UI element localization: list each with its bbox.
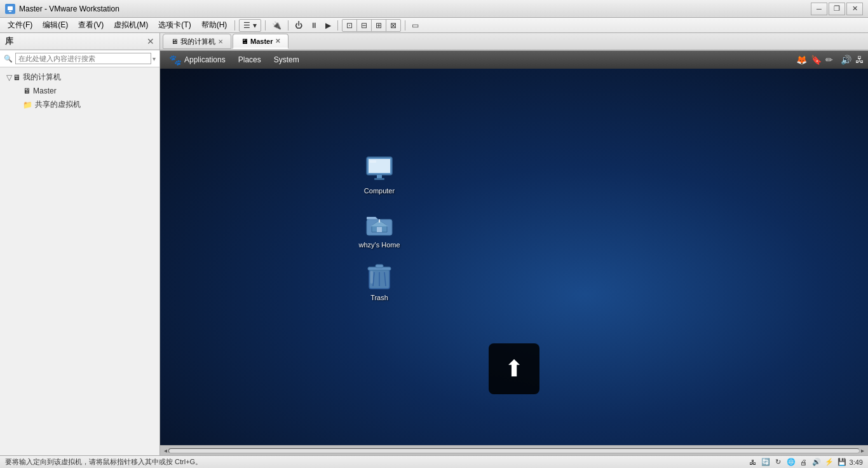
mycomputer-label: 我的计算机	[23, 72, 61, 83]
toolbar-console[interactable]: ▭	[408, 20, 423, 31]
toolbar-group-2: ⊡ ⊟ ⊞ ⊠	[342, 19, 401, 32]
volume-icon[interactable]: 🔊	[841, 55, 851, 65]
svg-rect-5	[377, 175, 382, 178]
main-layout: 库 ✕ 🔍 ▾ ▽ 🖥 我的计算机 🖥 Master 📁 共享的虚拟机	[0, 33, 868, 455]
search-input[interactable]	[15, 53, 151, 64]
tree-item-shared[interactable]: 📁 共享的虚拟机	[18, 97, 159, 112]
gnome-applications-label: Applications	[184, 55, 226, 64]
search-dropdown-icon[interactable]: ▾	[153, 55, 156, 62]
gnome-places-menu[interactable]: Places	[233, 54, 266, 65]
title-bar: Master - VMware Workstation ─ ❐ ✕	[0, 0, 868, 18]
minimize-button[interactable]: ─	[811, 3, 827, 15]
tab-master-label: Master	[250, 38, 273, 45]
svg-rect-11	[377, 227, 382, 232]
shared-icon: 📁	[23, 100, 32, 109]
toolbar-group-1: ☰ ▾	[239, 19, 261, 32]
svg-rect-2	[9, 11, 11, 12]
sync-icon: ↻	[773, 457, 783, 467]
toolbar-full[interactable]: ⊞	[372, 20, 386, 31]
toolbar-unity[interactable]: ⊠	[386, 20, 400, 31]
sidebar-close-button[interactable]: ✕	[147, 36, 154, 46]
vm-desktop[interactable]: Computer	[160, 69, 868, 445]
toolbar-btn-plug[interactable]: 🔌	[268, 20, 285, 31]
app-icon	[5, 4, 15, 14]
status-bar: 要将输入定向到该虚拟机，请将鼠标指针移入其中或按 Ctrl+G。 🖧 🔄 ↻ 🌐…	[0, 455, 868, 468]
gnome-places-label: Places	[238, 55, 261, 64]
menu-edit[interactable]: 编辑(E)	[37, 18, 73, 32]
bookmark-icon[interactable]: 🔖	[811, 55, 822, 65]
svg-rect-19	[370, 271, 373, 284]
home-icon	[364, 208, 395, 238]
gnome-system-menu[interactable]: System	[269, 54, 304, 65]
tab-master-close[interactable]: ✕	[275, 38, 280, 45]
trash-icon-label: Trash	[370, 294, 388, 301]
tree-item-mycomputer[interactable]: ▽ 🖥 我的计算机	[0, 70, 159, 85]
tab-master[interactable]: 🖥 Master ✕	[233, 34, 288, 49]
status-right: 🖧 🔄 ↻ 🌐 🖨 🔊 ⚡ 💾 3:49	[748, 457, 863, 467]
restore-button[interactable]: ❐	[829, 3, 845, 15]
window-controls: ─ ❐ ✕	[811, 3, 863, 15]
vm-icon: 🖥	[23, 86, 31, 95]
trash-icon	[364, 261, 395, 291]
shared-label: 共享的虚拟机	[35, 99, 81, 110]
tree-children: 🖥 Master 📁 共享的虚拟机	[0, 85, 159, 112]
content-area: 🖥 我的计算机 ✕ 🖥 Master ✕ 🐾 Applications Plac…	[160, 33, 868, 455]
separator-4	[337, 20, 338, 31]
computer-small-icon: 🖥	[13, 73, 20, 82]
svg-rect-6	[374, 178, 384, 180]
firefox-icon[interactable]: 🦊	[796, 55, 807, 65]
master-label: Master	[33, 86, 57, 95]
vm-net-icon: 🌐	[786, 457, 796, 467]
network-icon[interactable]: 🖧	[855, 55, 864, 65]
gnome-applications-menu[interactable]: 🐾 Applications	[164, 53, 231, 67]
tree-expand-mycomputer[interactable]: ▽	[5, 73, 13, 82]
svg-rect-7	[370, 160, 376, 163]
desktop-icon-trash[interactable]: Trash	[354, 258, 405, 304]
separator-2	[265, 20, 266, 31]
toolbar-normal[interactable]: ⊟	[357, 20, 372, 31]
toolbar-btn-menu[interactable]: ☰ ▾	[240, 20, 260, 31]
menu-bar: 文件(F) 编辑(E) 查看(V) 虚拟机(M) 选项卡(T) 帮助(H) ☰ …	[0, 18, 868, 33]
menu-vm[interactable]: 虚拟机(M)	[109, 18, 153, 32]
sidebar: 库 ✕ 🔍 ▾ ▽ 🖥 我的计算机 🖥 Master 📁 共享的虚拟机	[0, 33, 160, 455]
edit-icon[interactable]: ✏	[825, 55, 833, 65]
tab-mycomputer[interactable]: 🖥 我的计算机 ✕	[163, 34, 231, 49]
toolbar-btn-pause[interactable]: ⏸	[306, 20, 322, 31]
gnome-panel: 🐾 Applications Places System 🦊 🔖 ✏ 🔊 🖧	[160, 51, 868, 69]
menu-file[interactable]: 文件(F)	[3, 18, 37, 32]
scroll-left-arrow[interactable]: ◂	[163, 447, 168, 454]
menu-help[interactable]: 帮助(H)	[196, 18, 233, 32]
separator-5	[405, 20, 405, 31]
search-icon: 🔍	[4, 55, 13, 63]
menu-view[interactable]: 查看(V)	[73, 18, 109, 32]
hd-icon: 💾	[837, 457, 847, 467]
sidebar-tree: ▽ 🖥 我的计算机 🖥 Master 📁 共享的虚拟机	[0, 67, 159, 455]
refresh-icon: 🔄	[761, 457, 771, 467]
window-title: Master - VMware Workstation	[19, 4, 119, 13]
capture-arrow-icon: ⬆	[505, 355, 524, 382]
sidebar-search[interactable]: 🔍 ▾	[0, 50, 159, 67]
vm-scrollbar[interactable]: ◂ ▸	[160, 445, 868, 455]
input-capture-overlay[interactable]: ⬆	[489, 343, 539, 394]
tree-item-master[interactable]: 🖥 Master	[18, 85, 159, 97]
gnome-panel-right: 🦊 🔖 ✏ 🔊 🖧	[796, 55, 864, 65]
computer-icon	[364, 154, 395, 184]
status-time: 3:49	[850, 458, 863, 466]
desktop-icon-computer[interactable]: Computer	[354, 151, 405, 197]
network-status-icon: 🖧	[748, 457, 758, 467]
svg-rect-1	[8, 6, 13, 10]
status-message: 要将输入定向到该虚拟机，请将鼠标指针移入其中或按 Ctrl+G。	[5, 457, 202, 467]
toolbar-fit[interactable]: ⊡	[342, 20, 357, 31]
tab-mycomputer-close[interactable]: ✕	[218, 38, 223, 45]
title-bar-left: Master - VMware Workstation	[5, 4, 119, 14]
toolbar-btn-power[interactable]: ⏻	[291, 20, 306, 31]
scrollbar-track[interactable]	[168, 448, 860, 453]
sidebar-title: 库	[5, 36, 13, 47]
usb-icon: ⚡	[824, 457, 834, 467]
toolbar-btn-resume[interactable]: ▶	[322, 20, 335, 31]
gnome-system-label: System	[274, 55, 299, 64]
menu-tabs[interactable]: 选项卡(T)	[153, 18, 196, 32]
close-button[interactable]: ✕	[846, 3, 863, 15]
desktop-icon-home[interactable]: whzy's Home	[354, 205, 405, 251]
scroll-right-arrow[interactable]: ▸	[860, 447, 865, 454]
